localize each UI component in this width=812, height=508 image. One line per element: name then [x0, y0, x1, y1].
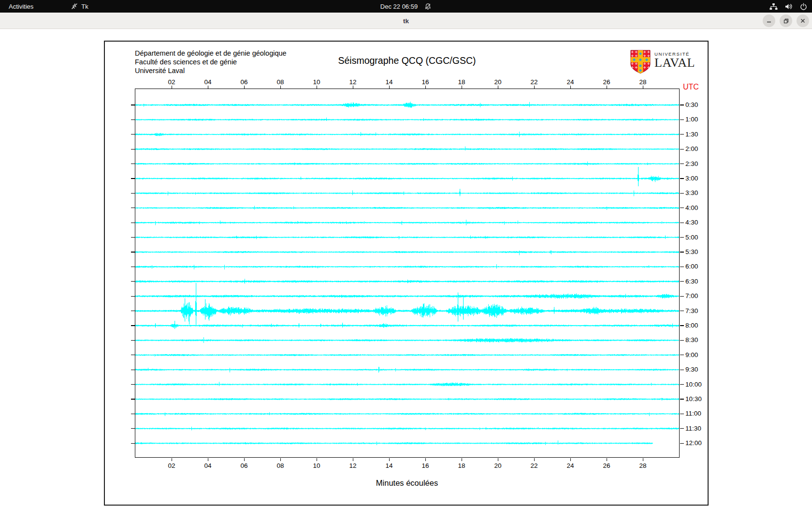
x-tick-bottom — [643, 458, 643, 461]
clock-button[interactable]: Dec 22 06:59 — [380, 0, 432, 13]
row-tick-right — [680, 105, 684, 105]
row-tick-left — [131, 193, 135, 194]
row-tick-right — [680, 325, 684, 326]
row-tick-left — [131, 325, 135, 326]
x-tick-label-top: 14 — [385, 78, 392, 86]
row-tick-left — [131, 208, 135, 208]
close-button[interactable] — [797, 15, 809, 27]
x-tick-label-bottom: 22 — [530, 462, 537, 469]
x-tick-bottom — [208, 458, 208, 461]
header-line-1: Département de géologie et de génie géol… — [135, 49, 287, 58]
row-tick-right — [680, 164, 684, 164]
row-time-label: 8:30 — [685, 336, 698, 344]
row-time-label: 11:00 — [685, 410, 701, 417]
x-tick-label-top: 28 — [639, 78, 646, 86]
logo-laval-label: LAVAL — [654, 57, 695, 69]
top-bar: Activities Tk Dec 22 06:59 — [0, 0, 812, 13]
row-tick-left — [131, 164, 135, 164]
x-tick-top — [607, 86, 607, 89]
row-tick-right — [680, 223, 684, 223]
x-tick-label-top: 22 — [530, 78, 537, 86]
row-time-label: 7:00 — [685, 292, 698, 299]
row-time-label: 1:00 — [685, 116, 698, 123]
volume-icon — [785, 3, 793, 10]
header-line-2: Faculté des sciences et de génie — [135, 58, 287, 66]
window-title: tk — [0, 13, 812, 29]
row-tick-left — [131, 252, 135, 252]
system-status-area[interactable] — [769, 0, 807, 13]
row-tick-left — [131, 311, 135, 311]
row-tick-right — [680, 296, 684, 297]
x-tick-top — [462, 86, 462, 89]
row-tick-left — [131, 414, 135, 414]
row-tick-right — [680, 120, 684, 120]
x-tick-label-top: 02 — [168, 78, 175, 86]
row-tick-right — [680, 399, 684, 399]
x-tick-label-top: 26 — [603, 78, 610, 86]
x-tick-top — [172, 86, 172, 89]
x-tick-bottom — [353, 458, 353, 461]
row-time-label: 3:00 — [685, 175, 698, 182]
row-time-label: 6:30 — [685, 278, 698, 285]
row-tick-left — [131, 384, 135, 385]
row-tick-right — [680, 267, 684, 267]
window-titlebar[interactable]: tk — [0, 13, 812, 29]
x-tick-top — [280, 86, 281, 89]
laval-logo-text: UNIVERSITÉ LAVAL — [654, 50, 695, 76]
x-tick-label-bottom: 14 — [385, 462, 392, 469]
x-tick-bottom — [425, 458, 426, 461]
row-time-label: 7:30 — [685, 307, 698, 314]
row-time-label: 9:30 — [685, 366, 698, 373]
row-tick-left — [131, 296, 135, 297]
utc-label: UTC — [683, 83, 699, 91]
row-tick-right — [680, 237, 684, 238]
x-tick-label-bottom: 20 — [494, 462, 501, 469]
x-tick-top — [570, 86, 571, 89]
row-time-label: 4:30 — [685, 219, 698, 226]
x-tick-bottom — [244, 458, 245, 461]
row-time-label: 10:00 — [685, 381, 702, 388]
x-tick-top — [244, 86, 245, 89]
trace-canvas — [135, 89, 679, 457]
maximize-button[interactable] — [780, 15, 792, 27]
row-tick-right — [680, 208, 684, 208]
x-tick-label-top: 12 — [349, 78, 356, 86]
x-tick-label-top: 10 — [313, 78, 320, 86]
x-tick-label-bottom: 10 — [313, 462, 320, 469]
x-tick-top — [498, 86, 498, 89]
x-tick-top — [208, 86, 208, 89]
x-tick-label-top: 06 — [240, 78, 247, 86]
x-tick-label-top: 18 — [458, 78, 465, 86]
x-tick-bottom — [172, 458, 172, 461]
x-tick-top — [353, 86, 353, 89]
row-tick-left — [131, 399, 135, 399]
row-time-label: 10:30 — [685, 395, 702, 403]
row-time-label: 6:00 — [685, 263, 698, 270]
x-tick-top — [317, 86, 317, 89]
x-tick-label-bottom: 28 — [639, 462, 646, 469]
row-tick-right — [680, 340, 684, 341]
header-line-3: Université Laval — [135, 66, 287, 75]
row-tick-left — [131, 370, 135, 370]
x-tick-label-top: 20 — [494, 78, 501, 86]
row-tick-left — [131, 428, 135, 429]
tk-app-icon — [71, 3, 78, 10]
minimize-button[interactable] — [763, 15, 775, 27]
department-header: Département de géologie et de génie géol… — [135, 49, 287, 75]
x-tick-label-top: 04 — [204, 78, 211, 86]
x-tick-label-top: 16 — [421, 78, 429, 86]
row-time-label: 5:00 — [685, 234, 698, 241]
row-tick-right — [680, 355, 684, 355]
app-menu[interactable]: Tk — [66, 0, 93, 13]
row-tick-left — [131, 134, 135, 134]
x-tick-bottom — [280, 458, 281, 461]
notifications-disabled-icon — [424, 3, 432, 10]
row-tick-right — [680, 428, 684, 429]
x-tick-label-bottom: 16 — [421, 462, 429, 469]
x-tick-bottom — [534, 458, 535, 461]
activities-button[interactable]: Activities — [0, 0, 42, 13]
row-time-label: 0:30 — [685, 101, 698, 108]
row-tick-right — [680, 281, 684, 282]
row-time-label: 2:00 — [685, 145, 698, 152]
x-tick-label-top: 24 — [566, 78, 574, 86]
